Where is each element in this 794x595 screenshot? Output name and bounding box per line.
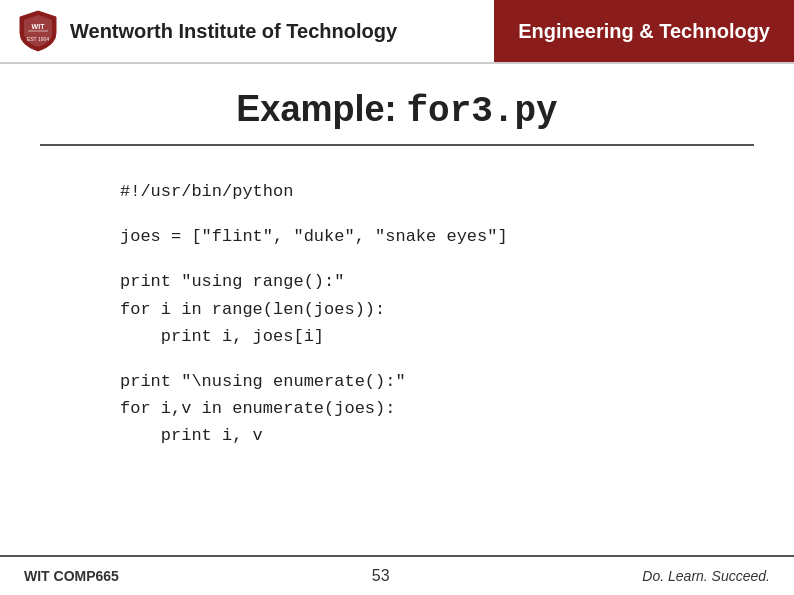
code-section-shebang: #!/usr/bin/python (120, 178, 674, 205)
code-range: print "using range():" for i in range(le… (120, 268, 674, 350)
code-section-range: print "using range():" for i in range(le… (120, 268, 674, 350)
code-shebang: #!/usr/bin/python (120, 178, 674, 205)
svg-text:WIT: WIT (32, 23, 46, 30)
header-left: WIT EST 1904 Wentworth Institute of Tech… (0, 0, 494, 62)
code-enumerate: print "\nusing enumerate():" for i,v in … (120, 368, 674, 450)
footer-course: WIT COMP665 (24, 568, 119, 584)
code-section-enumerate: print "\nusing enumerate():" for i,v in … (120, 368, 674, 450)
footer-tagline: Do. Learn. Succeed. (642, 568, 770, 584)
institution-name: Wentworth Institute of Technology (70, 20, 397, 43)
slide-title: Example: for3.py (0, 64, 794, 144)
slide-title-code: for3.py (406, 91, 557, 132)
code-list: joes = ["flint", "duke", "snake eyes"] (120, 223, 674, 250)
content-area: #!/usr/bin/python joes = ["flint", "duke… (0, 170, 794, 476)
footer-page: 53 (372, 567, 390, 585)
wit-logo-icon: WIT EST 1904 (16, 9, 60, 53)
code-section-list: joes = ["flint", "duke", "snake eyes"] (120, 223, 674, 250)
header-right: Engineering & Technology (494, 0, 794, 62)
svg-text:EST 1904: EST 1904 (27, 36, 49, 42)
header: WIT EST 1904 Wentworth Institute of Tech… (0, 0, 794, 64)
slide-title-prefix: Example: (236, 88, 406, 129)
department-name: Engineering & Technology (518, 20, 770, 43)
title-divider (40, 144, 754, 146)
footer: WIT COMP665 53 Do. Learn. Succeed. (0, 555, 794, 595)
